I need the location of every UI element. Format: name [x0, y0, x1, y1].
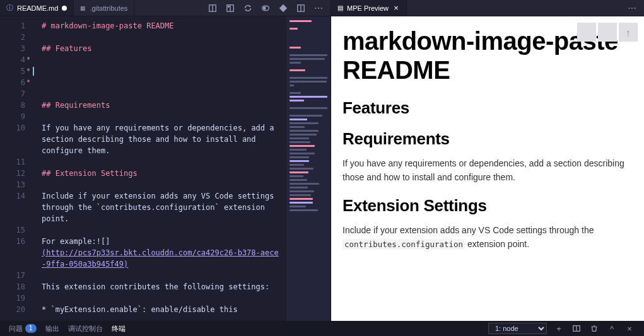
toggle-icon[interactable] — [259, 1, 272, 15]
preview-toolbar-button[interactable] — [598, 23, 617, 42]
preview-paragraph: If you have any requirements or dependen… — [342, 156, 633, 185]
tab-gitattributes[interactable]: ▦ .gitattributes — [74, 0, 134, 16]
preview-h2-requirements: Requirements — [342, 129, 633, 149]
terminal-selector[interactable]: 1: node — [488, 323, 547, 334]
svg-point-4 — [228, 6, 230, 7]
panel-tab-problems[interactable]: 问题 1 — [9, 324, 37, 333]
line-gutter: 1234567891011121314151617181920 — [0, 16, 33, 321]
editor[interactable]: 1234567891011121314151617181920 # markdo… — [0, 16, 331, 321]
maximize-panel-icon[interactable]: ^ — [606, 323, 618, 334]
preview-h2-extension-settings: Extension Settings — [342, 196, 633, 216]
minimap[interactable] — [286, 16, 331, 321]
markdown-preview: ↑ markdown-image-paste README Features R… — [331, 16, 644, 321]
tab-readme[interactable]: ⓘ README.md — [0, 0, 74, 16]
panel-bar: 问题 1 输出 调试控制台 终端 1: node + ^ × — [0, 321, 644, 336]
modified-indicator — [62, 6, 67, 11]
split-terminal-icon[interactable] — [571, 323, 582, 334]
problems-count-badge: 1 — [25, 324, 37, 333]
preview-paragraph: Include if your extension adds any VS Co… — [342, 223, 633, 252]
preview-toolbar-button[interactable] — [577, 23, 596, 42]
close-icon[interactable]: × — [392, 4, 400, 12]
back-to-top-button[interactable]: ↑ — [619, 23, 638, 42]
more-actions-icon[interactable]: ⋯ — [625, 1, 639, 15]
open-preview-side-icon[interactable] — [206, 1, 220, 15]
new-terminal-icon[interactable]: + — [553, 323, 565, 334]
info-icon: ⓘ — [6, 3, 13, 13]
panel-tab-output[interactable]: 输出 — [45, 324, 59, 333]
tab-label: README.md — [17, 4, 58, 12]
preview-h2-features: Features — [342, 98, 633, 118]
close-panel-icon[interactable]: × — [624, 323, 635, 334]
editor-tabs-bar: ⓘ README.md ▦ .gitattributes ⋯ — [0, 0, 331, 16]
tab-label: MPE Preview — [347, 4, 389, 12]
panel-tab-debug-console[interactable]: 调试控制台 — [68, 324, 103, 333]
split-editor-icon[interactable] — [294, 1, 308, 15]
panel-tab-terminal[interactable]: 终端 — [112, 324, 126, 333]
tab-mpe-preview[interactable]: ▤ MPE Preview × — [331, 0, 407, 16]
open-preview-icon[interactable] — [223, 1, 237, 15]
more-actions-icon[interactable]: ⋯ — [312, 1, 325, 15]
kill-terminal-icon[interactable] — [588, 323, 600, 334]
file-icon: ▦ — [80, 5, 86, 11]
preview-icon: ▤ — [337, 4, 343, 11]
svg-point-6 — [264, 7, 266, 9]
tab-label: .gitattributes — [90, 4, 127, 12]
diamond-icon[interactable] — [276, 1, 290, 15]
sync-icon[interactable] — [241, 1, 255, 15]
preview-tabs-bar: ▤ MPE Preview × ⋯ — [331, 0, 644, 16]
